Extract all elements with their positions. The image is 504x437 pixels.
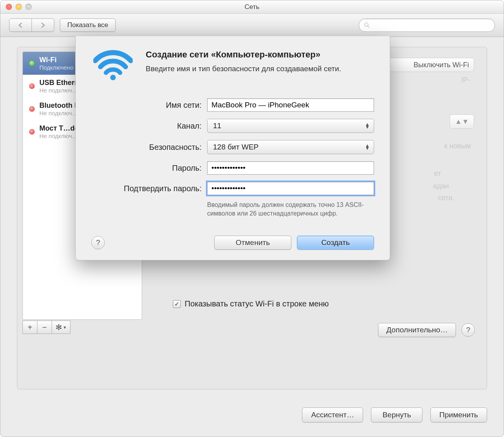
interface-list-actions: + − ✻▼ (22, 321, 70, 334)
sheet-help-button[interactable]: ? (91, 236, 105, 249)
channel-select[interactable]: 11 ▲▼ (207, 119, 374, 133)
status-dot-icon (29, 129, 35, 135)
apply-button[interactable]: Применить (430, 407, 487, 422)
security-value: 128 бит WEP (213, 143, 259, 151)
channel-label: Канал: (91, 122, 202, 131)
close-window-button[interactable] (6, 4, 12, 10)
revert-button[interactable]: Вернуть (371, 407, 422, 422)
window-controls (6, 4, 32, 10)
status-dot-icon (29, 106, 35, 112)
show-status-checkbox[interactable]: ✓ (173, 300, 181, 308)
updown-icon: ▲▼ (365, 123, 370, 129)
back-button[interactable] (9, 18, 32, 32)
interface-actions-menu[interactable]: ✻▼ (52, 321, 70, 334)
bg-text: к новым (444, 142, 471, 150)
bg-text: ет (434, 170, 441, 178)
create-network-form: Имя сети: Канал: 11 ▲▼ Безопасность: 128… (91, 98, 374, 218)
channel-value: 11 (213, 122, 221, 130)
sheet-title: Создание сети «Компьютер-компьютер» (146, 50, 341, 60)
updown-icon: ▲▼ (365, 144, 370, 150)
system-preferences-window: Сеть Показать все Wi-Fi Подключено (0, 0, 504, 437)
bg-text: IP- (461, 76, 470, 84)
gear-icon: ✻ (56, 323, 62, 332)
interface-status: Подключено (39, 64, 74, 71)
footer-buttons: Ассистент… Вернуть Применить (302, 407, 487, 422)
bg-text: сети. (438, 194, 454, 202)
show-all-button[interactable]: Показать все (60, 18, 116, 32)
password-input[interactable] (207, 161, 374, 175)
wifi-icon (91, 50, 135, 80)
titlebar: Сеть (0, 0, 504, 14)
window-title: Сеть (0, 3, 504, 11)
network-name-label: Имя сети: (91, 101, 202, 110)
sheet-subtitle: Введите имя и тип безопасности для созда… (146, 65, 341, 73)
remove-interface-button[interactable]: − (37, 321, 52, 334)
zoom-window-button[interactable] (26, 4, 32, 10)
status-dot-icon (29, 83, 35, 89)
checkbox-label: Показывать статус Wi-Fi в строке меню (185, 299, 329, 308)
cancel-button[interactable]: Отменить (214, 236, 291, 250)
show-status-checkbox-row: ✓ Показывать статус Wi-Fi в строке меню (173, 299, 329, 308)
svg-line-1 (368, 26, 369, 28)
toolbar: Показать все (0, 14, 504, 37)
chevron-down-icon: ▼ (63, 325, 67, 330)
password-label: Пароль: (91, 164, 202, 173)
bg-text: адан (433, 182, 449, 190)
svg-point-0 (365, 23, 368, 26)
search-icon (364, 22, 370, 28)
add-interface-button[interactable]: + (22, 321, 37, 334)
confirm-password-input[interactable] (207, 182, 374, 195)
security-select[interactable]: 128 бит WEP ▲▼ (207, 140, 374, 154)
security-label: Безопасность: (91, 143, 202, 152)
advanced-button[interactable]: Дополнительно… (378, 323, 456, 337)
search-input[interactable] (373, 22, 490, 29)
network-name-select[interactable]: ▲▼ (450, 114, 474, 129)
status-dot-icon (29, 61, 35, 66)
create-button[interactable]: Создать (297, 236, 374, 250)
forward-button[interactable] (32, 18, 54, 32)
minimize-window-button[interactable] (16, 4, 22, 10)
assistant-button[interactable]: Ассистент… (302, 407, 363, 422)
nav-segmented (9, 18, 54, 32)
interface-title: Wi-Fi (39, 56, 74, 64)
password-hint: Вводимый пароль должен содержать точно 1… (207, 201, 374, 218)
confirm-password-label: Подтвердить пароль: (91, 184, 202, 193)
svg-point-2 (110, 75, 116, 80)
network-name-input[interactable] (207, 98, 374, 112)
help-button[interactable]: ? (461, 323, 475, 337)
search-field[interactable] (359, 18, 495, 32)
create-network-sheet: Создание сети «Компьютер-компьютер» Введ… (75, 36, 390, 260)
